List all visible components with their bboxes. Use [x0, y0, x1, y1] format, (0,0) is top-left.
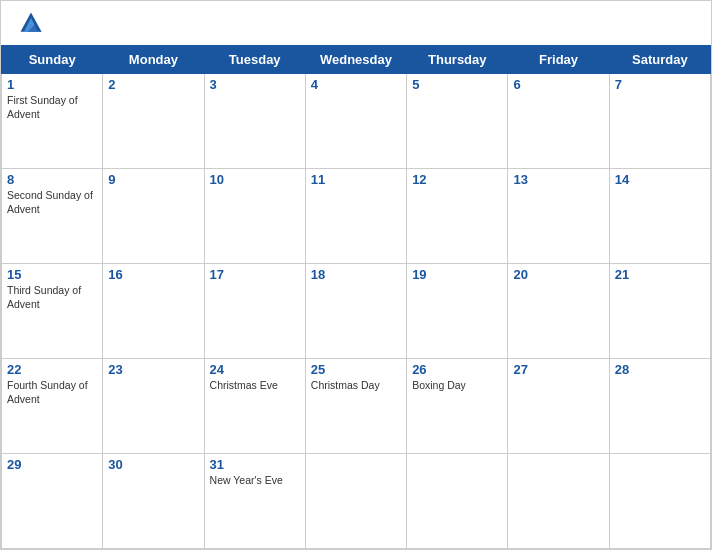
calendar-cell: 3 — [204, 74, 305, 169]
day-number: 1 — [7, 77, 97, 92]
calendar-cell: 30 — [103, 454, 204, 549]
calendar-table: SundayMondayTuesdayWednesdayThursdayFrid… — [1, 45, 711, 549]
calendar-cell: 7 — [609, 74, 710, 169]
day-number: 21 — [615, 267, 705, 282]
event-label: Christmas Day — [311, 379, 401, 393]
event-label: Second Sunday of Advent — [7, 189, 97, 216]
calendar-cell: 13 — [508, 169, 609, 264]
day-number: 23 — [108, 362, 198, 377]
day-number: 6 — [513, 77, 603, 92]
day-number: 30 — [108, 457, 198, 472]
day-number: 29 — [7, 457, 97, 472]
calendar-cell: 10 — [204, 169, 305, 264]
calendar-cell: 21 — [609, 264, 710, 359]
day-number: 15 — [7, 267, 97, 282]
event-label: Fourth Sunday of Advent — [7, 379, 97, 406]
day-number: 5 — [412, 77, 502, 92]
day-number: 31 — [210, 457, 300, 472]
calendar-cell: 9 — [103, 169, 204, 264]
calendar-cell: 4 — [305, 74, 406, 169]
calendar-cell: 28 — [609, 359, 710, 454]
weekday-header-sunday: Sunday — [2, 46, 103, 74]
event-label: Third Sunday of Advent — [7, 284, 97, 311]
event-label: Boxing Day — [412, 379, 502, 393]
day-number: 2 — [108, 77, 198, 92]
calendar-cell: 23 — [103, 359, 204, 454]
day-number: 25 — [311, 362, 401, 377]
week-row-5: 293031New Year's Eve — [2, 454, 711, 549]
calendar-cell: 17 — [204, 264, 305, 359]
calendar-cell: 11 — [305, 169, 406, 264]
day-number: 14 — [615, 172, 705, 187]
calendar-cell — [609, 454, 710, 549]
calendar-cell: 8Second Sunday of Advent — [2, 169, 103, 264]
weekday-header-monday: Monday — [103, 46, 204, 74]
event-label: First Sunday of Advent — [7, 94, 97, 121]
calendar-cell: 15Third Sunday of Advent — [2, 264, 103, 359]
day-number: 17 — [210, 267, 300, 282]
weekday-header-wednesday: Wednesday — [305, 46, 406, 74]
day-number: 28 — [615, 362, 705, 377]
calendar-cell: 6 — [508, 74, 609, 169]
day-number: 18 — [311, 267, 401, 282]
day-number: 16 — [108, 267, 198, 282]
day-number: 26 — [412, 362, 502, 377]
calendar-cell: 29 — [2, 454, 103, 549]
weekday-header-saturday: Saturday — [609, 46, 710, 74]
calendar-cell: 1First Sunday of Advent — [2, 74, 103, 169]
calendar-cell: 24Christmas Eve — [204, 359, 305, 454]
week-row-4: 22Fourth Sunday of Advent2324Christmas E… — [2, 359, 711, 454]
week-row-3: 15Third Sunday of Advent161718192021 — [2, 264, 711, 359]
day-number: 19 — [412, 267, 502, 282]
day-number: 20 — [513, 267, 603, 282]
calendar-header — [1, 1, 711, 45]
calendar-cell — [305, 454, 406, 549]
calendar-cell — [407, 454, 508, 549]
calendar-cell: 27 — [508, 359, 609, 454]
week-row-2: 8Second Sunday of Advent91011121314 — [2, 169, 711, 264]
day-number: 3 — [210, 77, 300, 92]
week-row-1: 1First Sunday of Advent234567 — [2, 74, 711, 169]
calendar-cell: 26Boxing Day — [407, 359, 508, 454]
calendar-cell: 20 — [508, 264, 609, 359]
day-number: 4 — [311, 77, 401, 92]
day-number: 12 — [412, 172, 502, 187]
logo-icon — [17, 9, 45, 37]
weekday-header-tuesday: Tuesday — [204, 46, 305, 74]
weekday-header-thursday: Thursday — [407, 46, 508, 74]
logo — [17, 9, 49, 37]
calendar-cell: 2 — [103, 74, 204, 169]
day-number: 10 — [210, 172, 300, 187]
day-number: 22 — [7, 362, 97, 377]
calendar-cell: 22Fourth Sunday of Advent — [2, 359, 103, 454]
day-number: 9 — [108, 172, 198, 187]
event-label: Christmas Eve — [210, 379, 300, 393]
day-number: 7 — [615, 77, 705, 92]
calendar-cell: 5 — [407, 74, 508, 169]
calendar-cell: 12 — [407, 169, 508, 264]
day-number: 27 — [513, 362, 603, 377]
calendar-cell: 16 — [103, 264, 204, 359]
calendar-cell — [508, 454, 609, 549]
day-number: 8 — [7, 172, 97, 187]
day-number: 24 — [210, 362, 300, 377]
calendar-cell: 25Christmas Day — [305, 359, 406, 454]
calendar-cell: 18 — [305, 264, 406, 359]
calendar-cell: 14 — [609, 169, 710, 264]
day-number: 13 — [513, 172, 603, 187]
calendar-wrapper: SundayMondayTuesdayWednesdayThursdayFrid… — [0, 0, 712, 550]
day-number: 11 — [311, 172, 401, 187]
calendar-cell: 19 — [407, 264, 508, 359]
weekday-header-friday: Friday — [508, 46, 609, 74]
weekday-header-row: SundayMondayTuesdayWednesdayThursdayFrid… — [2, 46, 711, 74]
calendar-cell: 31New Year's Eve — [204, 454, 305, 549]
event-label: New Year's Eve — [210, 474, 300, 488]
